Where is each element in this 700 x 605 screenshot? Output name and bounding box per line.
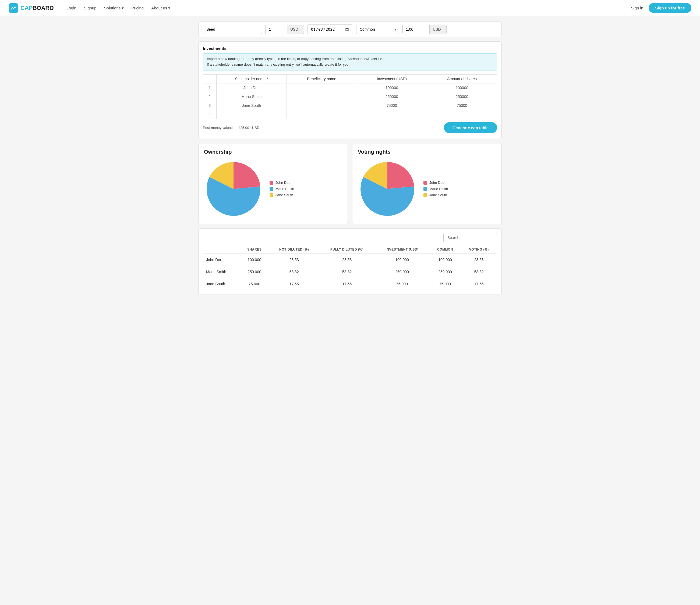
col-investment: Investment (USD) bbox=[357, 74, 427, 83]
cap-row-name: Jane South bbox=[203, 278, 240, 290]
round-number-input[interactable] bbox=[265, 25, 287, 34]
row-stakeholder[interactable] bbox=[217, 101, 287, 110]
logo-svg bbox=[10, 5, 17, 11]
beneficiary-input[interactable] bbox=[290, 112, 353, 117]
cap-row-shares: 100.000 bbox=[240, 253, 269, 266]
pie-slice bbox=[233, 162, 260, 189]
cap-row-fully-diluted: 17.65 bbox=[319, 278, 375, 290]
cap-row-investment: 100.000 bbox=[375, 253, 430, 266]
cap-row-name: John Doe bbox=[203, 253, 240, 266]
cap-table-header bbox=[203, 233, 497, 242]
row-shares[interactable] bbox=[427, 101, 497, 110]
ownership-chart-area: John DoeMarie SmithJane South bbox=[204, 159, 342, 219]
shares-input[interactable] bbox=[430, 86, 494, 90]
logo-text: CAPBOARD bbox=[21, 5, 53, 11]
row-num: 4 bbox=[203, 110, 217, 119]
stakeholder-input[interactable] bbox=[220, 94, 283, 99]
logo[interactable]: CAPBOARD bbox=[8, 3, 53, 13]
row-beneficiary[interactable] bbox=[286, 83, 357, 92]
legend-item: John Doe bbox=[270, 180, 294, 185]
charts-row: Ownership John DoeMarie SmithJane South … bbox=[198, 143, 502, 224]
stakeholder-input[interactable] bbox=[220, 86, 283, 90]
stakeholder-input[interactable] bbox=[220, 103, 283, 108]
investment-input[interactable] bbox=[360, 112, 424, 117]
voting-chart-area: John DoeMarie SmithJane South bbox=[358, 159, 496, 219]
row-beneficiary[interactable] bbox=[286, 101, 357, 110]
nav-solutions[interactable]: Solutions▾ bbox=[104, 6, 124, 10]
table-row: 4 bbox=[203, 110, 497, 119]
cap-table: SHARESNOT DILUTED (%)FULLY DILUTED (%)IN… bbox=[203, 245, 497, 290]
row-num: 3 bbox=[203, 101, 217, 110]
row-shares[interactable] bbox=[427, 83, 497, 92]
nav-right: Sign in Sign up for free bbox=[631, 3, 692, 13]
row-stakeholder[interactable] bbox=[217, 110, 287, 119]
row-shares[interactable] bbox=[427, 110, 497, 119]
legend-color bbox=[270, 187, 273, 191]
investment-input[interactable] bbox=[360, 94, 424, 99]
table-row: 1 bbox=[203, 83, 497, 92]
beneficiary-input[interactable] bbox=[290, 94, 353, 99]
logo-icon bbox=[8, 3, 18, 13]
shares-input[interactable] bbox=[430, 112, 494, 117]
cap-table-row: Marie Smith 250.000 58.82 58.82 250.000 … bbox=[203, 266, 497, 278]
nav-login[interactable]: Login bbox=[67, 6, 76, 10]
legend-label: John Doe bbox=[429, 180, 445, 185]
col-shares: Amount of shares bbox=[427, 74, 497, 83]
row-beneficiary[interactable] bbox=[286, 110, 357, 119]
post-money-valuation: Post-money valuation: 425.001 USD bbox=[203, 126, 259, 130]
stakeholder-input[interactable] bbox=[220, 112, 283, 117]
beneficiary-input[interactable] bbox=[290, 103, 353, 108]
row-investment[interactable] bbox=[357, 83, 427, 92]
row-beneficiary[interactable] bbox=[286, 92, 357, 101]
legend-color bbox=[423, 193, 427, 197]
legend-color bbox=[270, 193, 273, 197]
row-num: 1 bbox=[203, 83, 217, 92]
row-investment[interactable] bbox=[357, 110, 427, 119]
row-stakeholder[interactable] bbox=[217, 83, 287, 92]
investment-input[interactable] bbox=[360, 103, 424, 108]
nav-about[interactable]: About us▾ bbox=[151, 6, 170, 10]
shares-input[interactable] bbox=[430, 94, 494, 99]
row-investment[interactable] bbox=[357, 101, 427, 110]
search-input[interactable] bbox=[443, 233, 497, 242]
cap-row-common: 100.000 bbox=[429, 253, 460, 266]
cap-row-name: Marie Smith bbox=[203, 266, 240, 278]
nav-signup[interactable]: Signup bbox=[84, 6, 97, 10]
beneficiary-input[interactable] bbox=[290, 86, 353, 90]
cap-row-investment: 250.000 bbox=[375, 266, 430, 278]
nav-pricing[interactable]: Pricing bbox=[131, 6, 144, 10]
info-line1: Import a new funding round by directly t… bbox=[207, 56, 493, 62]
cap-table-row: John Doe 100.000 23.53 23.53 100.000 100… bbox=[203, 253, 497, 266]
investment-input[interactable] bbox=[360, 86, 424, 90]
main-content: USD Common Preferred Convertible ▾ USD I… bbox=[194, 16, 506, 300]
cap-col-header: SHARES bbox=[240, 245, 269, 254]
cap-row-voting: 58.82 bbox=[460, 266, 497, 278]
generate-button[interactable]: Generate cap table bbox=[444, 122, 497, 133]
shares-input[interactable] bbox=[430, 103, 494, 108]
chevron-down-icon: ▾ bbox=[122, 6, 124, 10]
legend-item: John Doe bbox=[423, 180, 448, 185]
sign-up-button[interactable]: Sign up for free bbox=[649, 3, 692, 13]
sign-in-link[interactable]: Sign in bbox=[631, 6, 643, 10]
legend-label: Jane South bbox=[429, 193, 447, 197]
investments-section: Investments Import a new funding round b… bbox=[198, 42, 502, 139]
row-shares[interactable] bbox=[427, 92, 497, 101]
row-investment[interactable] bbox=[357, 92, 427, 101]
voting-pie bbox=[358, 159, 417, 219]
cap-col-header: VOTING (%) bbox=[460, 245, 497, 254]
info-box: Import a new funding round by directly t… bbox=[203, 53, 497, 71]
share-type-select[interactable]: Common Preferred Convertible bbox=[356, 25, 399, 34]
legend-color bbox=[270, 181, 273, 185]
cap-row-not-diluted: 58.82 bbox=[269, 266, 319, 278]
round-name-input[interactable] bbox=[203, 25, 262, 34]
cap-table-row: Jane South 75.000 17.65 17.65 75.000 75.… bbox=[203, 278, 497, 290]
voting-title: Voting rights bbox=[358, 149, 496, 155]
currency-left-label: USD bbox=[287, 25, 304, 34]
nav-links: Login Signup Solutions▾ Pricing About us… bbox=[67, 6, 631, 10]
row-stakeholder[interactable] bbox=[217, 92, 287, 101]
cap-col-header bbox=[203, 245, 240, 254]
form-footer: Post-money valuation: 425.001 USD Genera… bbox=[203, 119, 497, 134]
cap-col-header: FULLY DILUTED (%) bbox=[319, 245, 375, 254]
price-input[interactable] bbox=[402, 25, 429, 34]
date-input[interactable] bbox=[307, 24, 353, 34]
